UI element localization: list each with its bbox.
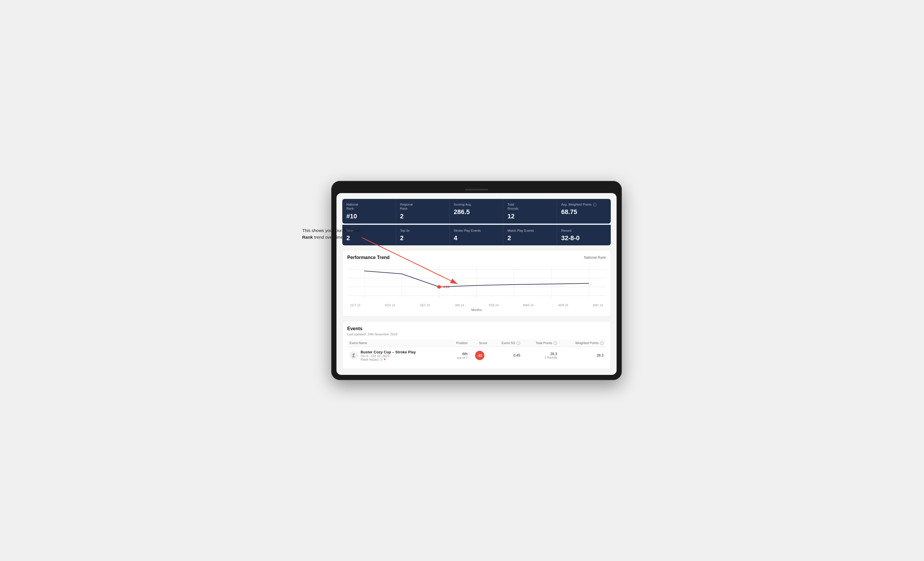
performance-header: Performance Trend National Rank [347,255,606,260]
event-rank-impact: Rank Impact: 3 ▼ [361,358,416,361]
position-value: 6th [450,352,468,356]
stat-scoring-avg-label: Scoring Avg. [454,202,499,206]
event-name-label: Buster Cozy Cup – Stroke Play [361,350,416,354]
events-header: Events [347,326,606,331]
stat-total-rounds-label: TotalRounds [507,202,553,211]
annotation-text-after: trend over time [313,235,343,239]
event-position: 6th out of 7 [447,347,470,364]
event-weighted-points: 28.3 [560,347,606,364]
info-icon-avg-weighted: i [593,203,597,206]
performance-title: Performance Trend [347,255,390,260]
col-weighted-points: Weighted Points i [560,340,606,347]
stat-stroke-play-value: 4 [454,234,499,242]
event-name-cell: 🏌️ Buster Cozy Cup – Stroke Play Oct 9 -… [347,347,447,364]
chart-x-labels: OCT 23 NOV 23 DEC 23 JAN 24 FEB 24 MAR 2… [347,304,606,307]
tablet-top-bar [336,186,616,193]
tablet-screen: NationalRank #10 RegionalRank 2 Scoring … [336,193,616,375]
x-label-mar24: MAR 24 [523,304,534,307]
stat-national-rank-value: #10 [346,212,392,220]
info-icon-total: i [554,341,557,345]
annotation-text: This shows you your National Rank trend … [302,227,366,241]
stat-regional-rank-value: 2 [400,212,446,220]
event-date: Oct 9 - Oct 10, 2023 [361,354,416,358]
stat-avg-weighted-label: Avg. Weighted Points i [561,202,607,206]
chart-container: #10 [347,264,606,301]
events-table: Event Name Position Score Event SG i Tot… [347,340,606,364]
events-section: Events Last updated: 24th November 2023 … [342,321,611,369]
performance-section: Performance Trend National Rank [342,250,611,317]
stats-grid-row2: Wins 2 Top 3s 2 Stroke Play Events 4 Mat… [342,225,611,245]
total-rounds-value: 3 Rounds [525,356,557,359]
x-label-oct23: OCT 23 [350,304,360,307]
col-event-name: Event Name [347,340,447,347]
info-icon-weighted: i [600,341,603,345]
position-of: out of 7 [450,356,468,359]
stat-stroke-play-label: Stroke Play Events [454,229,499,233]
performance-subtitle: National Rank [584,256,606,260]
stat-national-rank: NationalRank #10 [342,199,396,224]
col-score: Score [470,340,490,347]
event-name-container: 🏌️ Buster Cozy Cup – Stroke Play Oct 9 -… [350,350,445,361]
col-position: Position [447,340,470,347]
x-label-may24: MAY 24 [593,304,603,307]
x-label-dec23: DEC 23 [420,304,430,307]
stat-regional-rank-label: RegionalRank [400,202,446,211]
stat-record-value: 32-8-0 [561,234,607,242]
x-label-jan24: JAN 24 [455,304,464,307]
stat-national-rank-label: NationalRank [346,202,392,211]
performance-chart: #10 [347,264,606,301]
rank-impact-arrow-icon: ▼ [383,358,386,361]
event-name-info: Buster Cozy Cup – Stroke Play Oct 9 - Oc… [361,350,416,361]
event-score: -22 [470,347,490,364]
events-table-head: Event Name Position Score Event SG i Tot… [347,340,606,347]
svg-text:#10: #10 [443,285,450,289]
x-label-apr24: APR 24 [558,304,568,307]
chart-x-title: Months [347,308,606,311]
stat-top3s: Top 3s 2 [396,225,450,245]
stat-top3s-label: Top 3s [400,229,446,233]
stat-scoring-avg: Scoring Avg. 286.5 [450,199,504,224]
col-event-sg: Event SG i [490,340,522,347]
events-updated: Last updated: 24th November 2023 [347,332,606,336]
stat-avg-weighted-value: 68.75 [561,208,607,216]
stat-regional-rank: RegionalRank 2 [396,199,450,224]
stat-avg-weighted: Avg. Weighted Points i 68.75 [557,199,611,224]
stat-total-rounds: TotalRounds 12 [503,199,557,224]
x-label-nov23: NOV 23 [385,304,396,307]
tablet-frame: NationalRank #10 RegionalRank 2 Scoring … [331,181,622,380]
stat-stroke-play: Stroke Play Events 4 [450,225,504,245]
stat-record-label: Record [561,229,607,233]
info-icon-sg: i [517,341,520,345]
event-total-points: 28.3 3 Rounds [522,347,560,364]
total-points-value: 28.3 [525,352,557,356]
rank-impact-text: Rank Impact: 3 [361,358,382,361]
outer-wrapper: This shows you your National Rank trend … [302,181,622,380]
event-icon: 🏌️ [350,352,358,359]
stat-match-play: Match Play Events 2 [503,225,557,245]
x-label-feb24: FEB 24 [489,304,498,307]
stat-record: Record 32-8-0 [557,225,611,245]
svg-point-13 [437,285,441,289]
stat-top3s-value: 2 [400,234,446,242]
annotation-text-before: This shows you your [302,228,343,233]
table-row: 🏌️ Buster Cozy Cup – Stroke Play Oct 9 -… [347,347,606,364]
tablet-pill [465,189,488,190]
stat-match-play-label: Match Play Events [507,229,553,233]
content-area: NationalRank #10 RegionalRank 2 Scoring … [336,193,616,375]
stat-scoring-avg-value: 286.5 [454,208,499,216]
events-table-header-row: Event Name Position Score Event SG i Tot… [347,340,606,347]
stat-total-rounds-value: 12 [507,212,553,220]
event-sg-value: 0.45 [490,347,522,364]
score-badge: -22 [475,351,484,360]
events-title: Events [347,326,606,331]
stats-grid-row1: NationalRank #10 RegionalRank 2 Scoring … [342,199,611,224]
col-total-points: Total Points i [522,340,560,347]
stat-match-play-value: 2 [507,234,553,242]
events-table-body: 🏌️ Buster Cozy Cup – Stroke Play Oct 9 -… [347,347,606,364]
